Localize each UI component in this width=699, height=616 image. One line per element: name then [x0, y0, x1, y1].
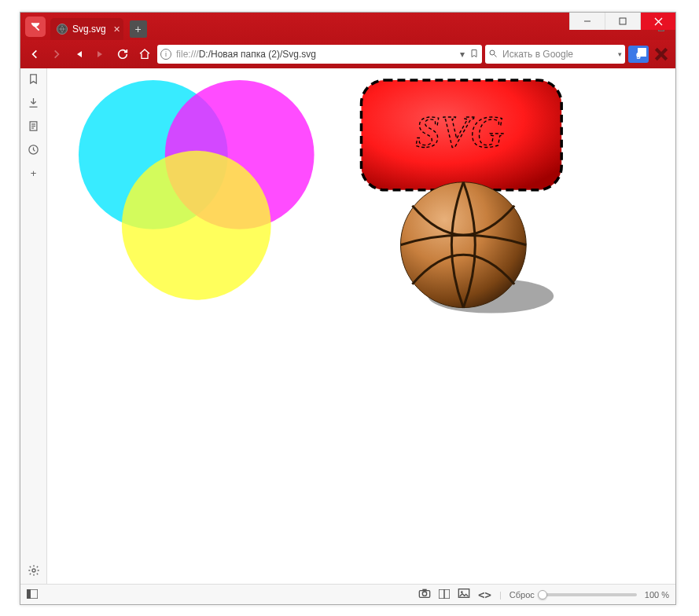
translate-button[interactable]: g — [628, 46, 649, 63]
minimize-button[interactable] — [569, 13, 605, 30]
maximize-button[interactable] — [605, 13, 640, 30]
downloads-panel-icon[interactable] — [28, 97, 39, 111]
camera-icon[interactable] — [418, 588, 431, 601]
url-input[interactable]: i file:///D:/Новая папка (2)/Svg.svg ▾ — [157, 45, 482, 64]
forward-button[interactable] — [47, 45, 66, 64]
close-icon[interactable]: ✕ — [113, 24, 120, 35]
svg-text: SVG — [415, 106, 504, 157]
tiling-icon[interactable] — [439, 588, 450, 601]
new-tab-button[interactable]: + — [130, 20, 147, 38]
notes-panel-icon[interactable] — [28, 120, 39, 134]
reload-button[interactable] — [113, 45, 132, 64]
svg-point-16 — [400, 182, 526, 308]
back-button[interactable] — [25, 45, 44, 64]
zoom-reset-button[interactable]: Сброс — [510, 590, 535, 600]
status-bar: <> | Сброс 100 % — [20, 584, 675, 604]
svg-point-25 — [461, 591, 463, 593]
bookmarks-panel-icon[interactable] — [28, 73, 39, 87]
image-toggle-icon[interactable] — [458, 588, 470, 601]
close-window-button[interactable] — [640, 13, 675, 30]
tab-title: Svg.svg — [72, 24, 106, 35]
page-content: SVG — [47, 68, 675, 584]
info-icon[interactable]: i — [160, 49, 171, 60]
side-panel: + — [20, 68, 47, 584]
venn-diagram — [79, 80, 315, 300]
add-panel-button[interactable]: + — [31, 167, 37, 179]
tab-svg[interactable]: Svg.svg ✕ — [50, 18, 123, 40]
search-icon — [488, 49, 498, 60]
globe-icon — [57, 24, 68, 35]
chevron-down-icon[interactable]: ▾ — [460, 49, 465, 60]
page-actions-icon[interactable]: <> — [478, 588, 491, 601]
svg-rect-18 — [27, 589, 31, 599]
window-controls — [569, 13, 675, 30]
basketball — [400, 182, 554, 314]
titlebar: Svg.svg ✕ + — [20, 13, 675, 40]
svg-badge: SVG — [361, 80, 561, 190]
panel-toggle-icon[interactable] — [27, 588, 38, 601]
svg-rect-2 — [620, 18, 626, 24]
svg-rect-21 — [422, 589, 426, 592]
rewind-button[interactable] — [69, 45, 88, 64]
bookmark-icon[interactable] — [469, 48, 479, 61]
search-input[interactable]: Искать в Google ▾ — [485, 45, 625, 64]
toolbar: i file:///D:/Новая папка (2)/Svg.svg ▾ И… — [20, 40, 675, 68]
app-icon[interactable] — [25, 16, 46, 37]
history-panel-icon[interactable] — [28, 144, 39, 158]
svg-point-20 — [422, 592, 426, 596]
gear-icon[interactable] — [28, 564, 40, 579]
extension-icon[interactable] — [652, 45, 671, 64]
svg-point-10 — [32, 569, 35, 572]
home-button[interactable] — [135, 45, 154, 64]
svg-line-4 — [495, 54, 497, 57]
svg-point-13 — [122, 151, 271, 300]
zoom-value: 100 % — [645, 590, 669, 600]
url-text: file:///D:/Новая папка (2)/Svg.svg — [176, 49, 455, 60]
fast-forward-button[interactable] — [91, 45, 110, 64]
svg-point-3 — [490, 50, 495, 55]
search-placeholder: Искать в Google — [502, 49, 613, 60]
zoom-slider[interactable] — [543, 593, 637, 596]
chevron-down-icon[interactable]: ▾ — [618, 50, 622, 58]
